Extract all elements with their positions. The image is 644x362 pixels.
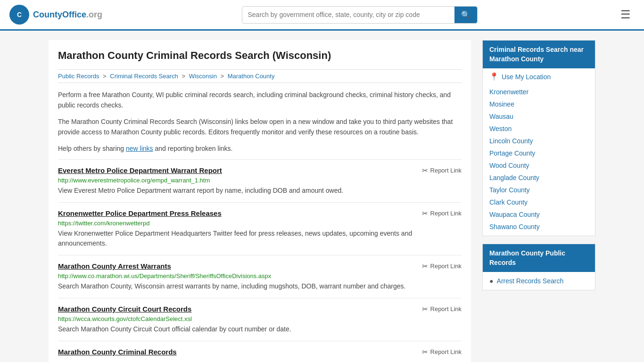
report-link-3[interactable]: ✂ Report Link [422, 305, 462, 313]
nearby-link-10[interactable]: Waupaca County [489, 211, 540, 218]
nearby-link-7[interactable]: Langlade County [489, 174, 539, 181]
result-url-0[interactable]: http://www.everestmetropolice.org/empd_w… [58, 177, 462, 184]
result-item-0: Everest Metro Police Department Warrant … [58, 159, 462, 202]
result-item-3: Marathon County Circuit Court Records ✂ … [58, 298, 462, 341]
nearby-link-0[interactable]: Kronenwetter [489, 88, 528, 96]
search-button[interactable]: 🔍 [454, 7, 477, 23]
use-location-label: Use My Location [502, 73, 551, 81]
report-icon-2: ✂ [422, 262, 428, 271]
pin-icon: 📍 [489, 72, 499, 81]
result-desc-3: Search Marathon County Circuit Court off… [58, 324, 462, 334]
nearby-header: Criminal Records Search near Marathon Co… [483, 41, 595, 68]
nearby-link-3[interactable]: Weston [489, 125, 512, 132]
public-records-box: Marathon County Public Records ● Arrest … [482, 244, 595, 290]
result-item-2: Marathon County Arrest Warrants ✂ Report… [58, 255, 462, 298]
nearby-link-1[interactable]: Mosinee [489, 100, 514, 108]
report-icon-3: ✂ [422, 305, 428, 313]
search-input[interactable] [242, 7, 454, 22]
list-item: Portage County [483, 147, 595, 159]
result-desc-1: View Kronenwetter Police Department Head… [58, 229, 462, 248]
report-link-4[interactable]: ✂ Report Link [422, 348, 462, 356]
result-url-1[interactable]: https://twitter.com/kronenwetterpd [58, 220, 462, 227]
result-url-3[interactable]: https://wcca.wicourts.gov/ctofcCalendarS… [58, 315, 462, 322]
bullet-icon: ● [489, 277, 493, 285]
nearby-links-list: Kronenwetter Mosinee Wausau Weston Linco… [483, 83, 595, 236]
report-icon-0: ✂ [422, 166, 428, 175]
use-location-btn[interactable]: 📍 Use My Location [483, 68, 595, 83]
result-item-4: Marathon County Criminal Records ✂ Repor… [58, 341, 462, 362]
nearby-link-4[interactable]: Lincoln County [489, 137, 533, 145]
result-title-1[interactable]: Kronenwetter Police Department Press Rel… [58, 209, 222, 217]
sidebar: Criminal Records Search near Marathon Co… [482, 40, 595, 362]
nearby-link-11[interactable]: Shawano County [489, 223, 540, 230]
public-records-header: Marathon County Public Records [483, 244, 595, 272]
results-list: Everest Metro Police Department Warrant … [58, 159, 462, 362]
breadcrumb: Public Records > Criminal Records Search… [58, 69, 462, 83]
logo-text: CountyOffice.org [33, 10, 102, 20]
result-item-1: Kronenwetter Police Department Press Rel… [58, 202, 462, 255]
breadcrumb-marathon-county[interactable]: Marathon County [228, 73, 275, 80]
list-item: Langlade County [483, 172, 595, 184]
result-desc-2: Search Marathon County, Wisconsin arrest… [58, 281, 462, 291]
result-title-0[interactable]: Everest Metro Police Department Warrant … [58, 166, 222, 174]
list-item: Lincoln County [483, 135, 595, 147]
public-records-links-list: ● Arrest Records Search [483, 272, 595, 290]
intro-paragraph-1: Perform a free Marathon County, WI publi… [58, 90, 462, 111]
result-title-4[interactable]: Marathon County Criminal Records [58, 348, 177, 356]
nearby-link-9[interactable]: Clark County [489, 198, 528, 206]
list-item: Wood County [483, 159, 595, 172]
list-item: Kronenwetter [483, 86, 595, 98]
svg-text:C: C [17, 11, 22, 18]
search-bar: 🔍 [242, 6, 478, 24]
hamburger-menu[interactable]: ☰ [617, 6, 635, 23]
list-item: Shawano County [483, 221, 595, 233]
intro-paragraph-2: The Marathon County Criminal Records Sea… [58, 116, 462, 138]
breadcrumb-public-records[interactable]: Public Records [58, 73, 99, 80]
list-item: Wausau [483, 110, 595, 123]
page-title: Marathon County Criminal Records Search … [58, 49, 462, 62]
content-area: Marathon County Criminal Records Search … [49, 40, 471, 362]
public-records-link-0[interactable]: Arrest Records Search [497, 277, 564, 285]
new-links-link[interactable]: new links [126, 145, 153, 152]
report-icon-1: ✂ [422, 209, 428, 218]
result-url-2[interactable]: http://www.co.marathon.wi.us/Departments… [58, 272, 462, 280]
header: C CountyOffice.org 🔍 ☰ [0, 0, 644, 31]
list-item: Waupaca County [483, 208, 595, 221]
main-wrap: Marathon County Criminal Records Search … [39, 31, 605, 362]
result-title-2[interactable]: Marathon County Arrest Warrants [58, 262, 171, 270]
list-item: Mosinee [483, 98, 595, 110]
report-icon-4: ✂ [422, 348, 428, 356]
breadcrumb-criminal-records-search[interactable]: Criminal Records Search [110, 73, 178, 80]
breadcrumb-wisconsin[interactable]: Wisconsin [189, 73, 217, 80]
report-link-2[interactable]: ✂ Report Link [422, 262, 462, 271]
nearby-link-2[interactable]: Wausau [489, 113, 513, 120]
nearby-link-6[interactable]: Wood County [489, 162, 529, 169]
result-title-3[interactable]: Marathon County Circuit Court Records [58, 305, 191, 313]
report-link-1[interactable]: ✂ Report Link [422, 209, 462, 218]
logo-area: C CountyOffice.org [9, 5, 102, 25]
logo-icon: C [9, 5, 29, 25]
intro-paragraph-3: Help others by sharing new links and rep… [58, 143, 462, 154]
list-item: Taylor County [483, 184, 595, 196]
result-desc-0: View Everest Metro Police Department war… [58, 186, 462, 196]
list-item: ● Arrest Records Search [483, 275, 595, 287]
nearby-box: Criminal Records Search near Marathon Co… [482, 40, 595, 236]
nearby-link-8[interactable]: Taylor County [489, 186, 530, 194]
report-link-0[interactable]: ✂ Report Link [422, 166, 462, 175]
list-item: Weston [483, 123, 595, 135]
list-item: Clark County [483, 196, 595, 208]
nearby-link-5[interactable]: Portage County [489, 149, 535, 157]
